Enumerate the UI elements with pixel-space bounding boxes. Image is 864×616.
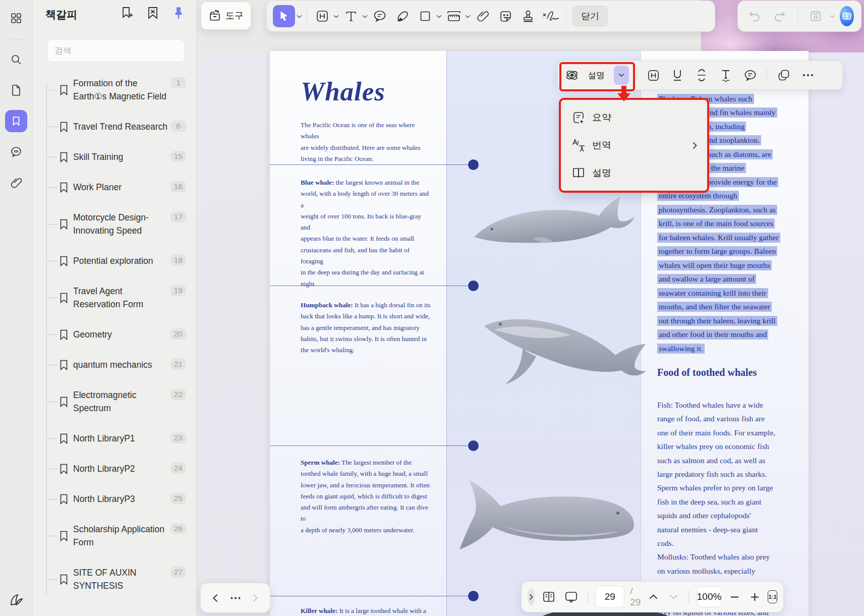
highlighted-line[interactable]: swallowing it.	[657, 344, 705, 354]
menu-item-summarize[interactable]: 요약	[561, 104, 707, 131]
bookmark-item[interactable]: Formation of the Earth①s Magnetic Field …	[46, 77, 186, 103]
page-layout-icon[interactable]	[540, 587, 557, 606]
menu-item-label: 번역	[592, 139, 693, 152]
bookmark-item-icon	[59, 531, 69, 541]
comment-icon[interactable]	[5, 141, 27, 163]
highlight-tool-chevron-icon[interactable]	[333, 15, 339, 18]
attach-tool-button[interactable]	[473, 7, 492, 26]
timeline-dot	[468, 159, 479, 170]
rectangle-tool-button[interactable]	[416, 7, 435, 26]
bookmark-item[interactable]: North LibraryP3 25	[46, 492, 186, 506]
save-icon[interactable]	[806, 7, 825, 26]
bookmark-item-icon	[59, 182, 69, 193]
highlight-icon[interactable]	[644, 66, 663, 85]
timeline-rule	[270, 596, 473, 596]
stamp-tool-button[interactable]	[519, 7, 538, 26]
highlighted-line[interactable]: out through their baleen, leaving krill	[657, 316, 777, 326]
strikethrough-icon[interactable]	[692, 66, 711, 85]
select-tool-chevron-icon[interactable]	[297, 15, 302, 18]
save-chevron-icon[interactable]	[829, 15, 835, 18]
bookmark-item[interactable]: Work Planer 16	[46, 181, 186, 194]
rectangle-tool-chevron-icon[interactable]	[436, 15, 442, 18]
select-tool-button[interactable]	[273, 5, 295, 27]
bookmark-item[interactable]: Travel Trend Reasearch 6	[46, 120, 186, 133]
pdf-page[interactable]: Whales The Pacific Ocean is one of the s…	[270, 51, 808, 616]
bookmark-item[interactable]: Travel Agent Reservation Form 19	[46, 285, 186, 311]
bookmark-icon[interactable]	[5, 110, 27, 132]
bookmark-item[interactable]: Potential exploration 18	[46, 254, 186, 267]
bookmark-item-label: North LibraryP3	[73, 492, 170, 506]
sticker-tool-button[interactable]	[496, 7, 515, 26]
pager-next-icon[interactable]	[253, 594, 258, 602]
ai-explain-icon[interactable]	[565, 68, 579, 82]
expand-bar-icon[interactable]	[528, 588, 535, 605]
undo-icon[interactable]	[745, 7, 764, 26]
signature-tool-button[interactable]	[541, 7, 560, 26]
bookmark-item-icon	[59, 85, 69, 95]
more-options-icon[interactable]	[798, 66, 818, 85]
measure-tool-chevron-icon[interactable]	[465, 15, 471, 18]
rail-divider	[10, 39, 23, 39]
measure-tool-button[interactable]	[444, 7, 464, 26]
toolbar-divider	[797, 10, 798, 23]
highlighted-line[interactable]: together to form large groups. Baleen	[657, 246, 777, 256]
presentation-mode-icon[interactable]	[563, 587, 580, 606]
highlighted-line[interactable]: for baleen whales. Krill usually gather	[657, 233, 780, 243]
zoom-out-icon[interactable]	[727, 596, 742, 598]
bookmark-item[interactable]: quantum mechanics 21	[46, 358, 186, 371]
text-tool-button[interactable]	[341, 7, 361, 26]
timeline-rule	[270, 445, 473, 446]
pager-prev-icon[interactable]	[213, 594, 218, 602]
ai-assistant-icon[interactable]	[840, 6, 854, 26]
attachment-icon[interactable]	[5, 172, 27, 194]
apps-icon[interactable]	[5, 7, 27, 29]
menu-item-explain[interactable]: 설명	[561, 160, 707, 186]
add-bookmark-icon[interactable]	[121, 6, 134, 20]
highlighted-line[interactable]: photosynthesis. Zooplankton, such as	[657, 205, 777, 215]
underline-icon[interactable]	[668, 66, 687, 85]
bookmark-item-icon	[59, 152, 69, 162]
tools-button[interactable]: 도구	[201, 2, 251, 30]
bookmark-item[interactable]: North LibraryP1 23	[46, 432, 186, 445]
section-blue-whale: Blue whale: the largest known animal in …	[301, 177, 432, 290]
bookmark-item[interactable]: SITE OF AUXIN SYNTHESIS 27	[46, 566, 186, 592]
search-icon[interactable]	[5, 48, 27, 71]
app-logo-icon[interactable]	[9, 593, 24, 608]
highlight-tool-button[interactable]	[313, 7, 332, 26]
redo-icon[interactable]	[770, 7, 789, 26]
bookmark-item[interactable]: Scholarship Application Form 26	[46, 523, 186, 549]
pen-tool-button[interactable]	[393, 7, 412, 26]
remove-bookmark-icon[interactable]	[147, 6, 159, 20]
squiggly-underline-icon[interactable]	[716, 66, 735, 85]
zoom-in-icon[interactable]	[747, 593, 762, 601]
zoom-level-value[interactable]: 100%	[697, 586, 722, 607]
comment-tool-button[interactable]	[370, 7, 389, 26]
pager-more-icon[interactable]	[231, 597, 241, 599]
bookmark-item[interactable]: Skill Training 15	[46, 150, 186, 163]
close-button[interactable]: 닫기	[572, 6, 608, 27]
highlighted-line[interactable]: mouths, and then filter the seawater	[657, 302, 772, 312]
page-number-input[interactable]	[595, 586, 624, 608]
bookmark-item[interactable]: Motorcycle Design-Innovating Speed 17	[46, 211, 186, 237]
bookmark-item[interactable]: Geometry 20	[46, 328, 186, 341]
ai-explain-chevron-icon[interactable]	[614, 66, 629, 85]
highlighted-line[interactable]: and other food in their mouths and	[657, 329, 768, 340]
highlighted-line[interactable]: whales will open their huge mouths	[657, 260, 772, 270]
comment-icon[interactable]	[740, 66, 760, 85]
pin-icon[interactable]	[172, 6, 185, 20]
menu-item-translate[interactable]: 번역	[561, 132, 707, 158]
bookmark-item[interactable]: Electromagnetic Spectrum 22	[46, 388, 186, 415]
highlighted-line[interactable]: seawater containing krill into their	[657, 288, 768, 298]
ai-explain-label[interactable]: 설명	[588, 70, 605, 81]
highlighted-line[interactable]: krill, is one of the main food sources	[657, 218, 775, 229]
highlighted-line[interactable]: and swallow a large amount of	[657, 274, 756, 284]
text-tool-chevron-icon[interactable]	[362, 15, 368, 18]
copy-icon[interactable]	[774, 66, 793, 85]
actual-size-button[interactable]: 1:1	[768, 590, 777, 603]
bookmark-item[interactable]: North LibraryP2 24	[46, 462, 186, 475]
next-page-icon[interactable]	[666, 594, 681, 599]
search-input[interactable]	[47, 39, 185, 62]
document-icon[interactable]	[5, 79, 27, 101]
bookmark-list: Formation of the Earth①s Magnetic Field …	[46, 71, 186, 609]
previous-page-icon[interactable]	[646, 594, 661, 599]
